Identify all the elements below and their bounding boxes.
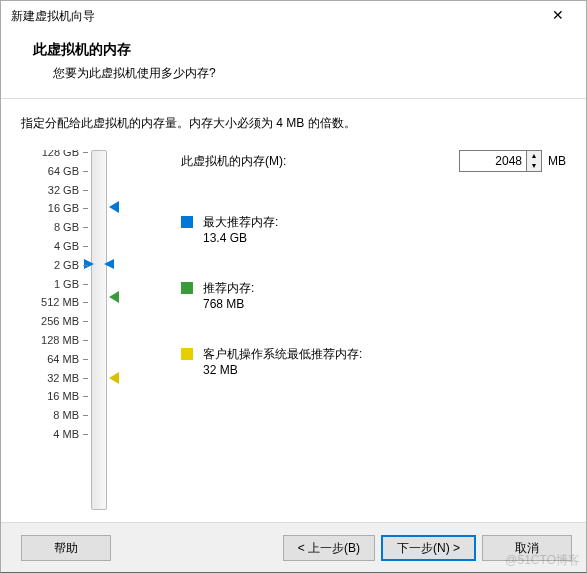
slider-tick-mark: [83, 265, 88, 266]
slider-tick-label: 4 MB: [21, 428, 79, 440]
memory-slider[interactable]: 128 GB64 GB32 GB16 GB8 GB4 GB2 GB1 GB512…: [21, 150, 131, 510]
slider-tick-label: 128 MB: [21, 334, 79, 346]
slider-tick-label: 2 GB: [21, 259, 79, 271]
legend-max: 最大推荐内存: 13.4 GB: [181, 214, 278, 246]
slider-tick-label: 16 GB: [21, 202, 79, 214]
slider-tick-mark: [83, 340, 88, 341]
content-area: 128 GB64 GB32 GB16 GB8 GB4 GB2 GB1 GB512…: [1, 150, 586, 522]
help-button[interactable]: 帮助: [21, 535, 111, 561]
square-icon-blue: [181, 216, 193, 228]
slider-tick-label: 32 MB: [21, 372, 79, 384]
legend-rec-label: 推荐内存:: [203, 280, 254, 296]
min-memory-marker: [109, 372, 119, 384]
back-button[interactable]: < 上一步(B): [283, 535, 375, 561]
slider-tick-label: 16 MB: [21, 390, 79, 402]
slider-tick-label: 64 GB: [21, 165, 79, 177]
window-title: 新建虚拟机向导: [11, 8, 538, 25]
recommended-memory-marker: [109, 291, 119, 303]
spin-down-icon[interactable]: ▼: [527, 161, 541, 171]
memory-input-row: 此虚拟机的内存(M): ▲ ▼ MB: [181, 150, 566, 172]
wizard-header: 此虚拟机的内存 您要为此虚拟机使用多少内存?: [1, 31, 586, 99]
slider-tick-mark: [83, 396, 88, 397]
spin-up-icon[interactable]: ▲: [527, 151, 541, 161]
instruction-text: 指定分配给此虚拟机的内存量。内存大小必须为 4 MB 的倍数。: [1, 115, 586, 132]
close-icon[interactable]: ✕: [538, 2, 578, 30]
memory-spinbox[interactable]: ▲ ▼: [459, 150, 542, 172]
slider-tick-label: 64 MB: [21, 353, 79, 365]
slider-tick-mark: [83, 302, 88, 303]
slider-tick-label: 8 MB: [21, 409, 79, 421]
wizard-dialog: 新建虚拟机向导 ✕ 此虚拟机的内存 您要为此虚拟机使用多少内存? 指定分配给此虚…: [0, 0, 587, 573]
square-icon-green: [181, 282, 193, 294]
slider-tick-mark: [83, 378, 88, 379]
legend-min: 客户机操作系统最低推荐内存: 32 MB: [181, 346, 362, 378]
legend-max-label: 最大推荐内存:: [203, 214, 278, 230]
button-bar: 帮助 < 上一步(B) 下一步(N) > 取消: [1, 522, 586, 572]
legend-max-value: 13.4 GB: [203, 230, 278, 246]
slider-tick-mark: [83, 171, 88, 172]
slider-tick-mark: [83, 208, 88, 209]
slider-tick-label: 32 GB: [21, 184, 79, 196]
slider-tick-label: 1 GB: [21, 278, 79, 290]
slider-track[interactable]: [91, 150, 107, 510]
slider-tick-mark: [83, 246, 88, 247]
slider-tick-mark: [83, 152, 88, 153]
slider-tick-mark: [83, 190, 88, 191]
memory-input[interactable]: [459, 150, 527, 172]
legend-min-label: 客户机操作系统最低推荐内存:: [203, 346, 362, 362]
square-icon-yellow: [181, 348, 193, 360]
slider-handle[interactable]: [84, 259, 114, 269]
slider-tick-label: 8 GB: [21, 221, 79, 233]
legend-min-value: 32 MB: [203, 362, 362, 378]
titlebar: 新建虚拟机向导 ✕: [1, 1, 586, 31]
slider-tick-label: 512 MB: [21, 296, 79, 308]
legend-recommended: 推荐内存: 768 MB: [181, 280, 254, 312]
slider-tick-label: 256 MB: [21, 315, 79, 327]
page-heading: 此虚拟机的内存: [1, 41, 586, 59]
slider-tick-mark: [83, 321, 88, 322]
slider-tick-label: 4 GB: [21, 240, 79, 252]
info-column: 此虚拟机的内存(M): ▲ ▼ MB 最大推荐内存: 13.4 GB: [131, 150, 566, 510]
cancel-button[interactable]: 取消: [482, 535, 572, 561]
slider-tick-label: 128 GB: [21, 150, 79, 158]
next-button[interactable]: 下一步(N) >: [381, 535, 476, 561]
slider-tick-mark: [83, 434, 88, 435]
spin-buttons[interactable]: ▲ ▼: [527, 150, 542, 172]
memory-unit: MB: [548, 154, 566, 168]
slider-tick-mark: [83, 359, 88, 360]
memory-label: 此虚拟机的内存(M):: [181, 153, 459, 170]
slider-tick-mark: [83, 415, 88, 416]
page-subheading: 您要为此虚拟机使用多少内存?: [1, 65, 586, 82]
max-memory-marker: [109, 201, 119, 213]
slider-tick-mark: [83, 284, 88, 285]
legend-rec-value: 768 MB: [203, 296, 254, 312]
slider-tick-mark: [83, 227, 88, 228]
